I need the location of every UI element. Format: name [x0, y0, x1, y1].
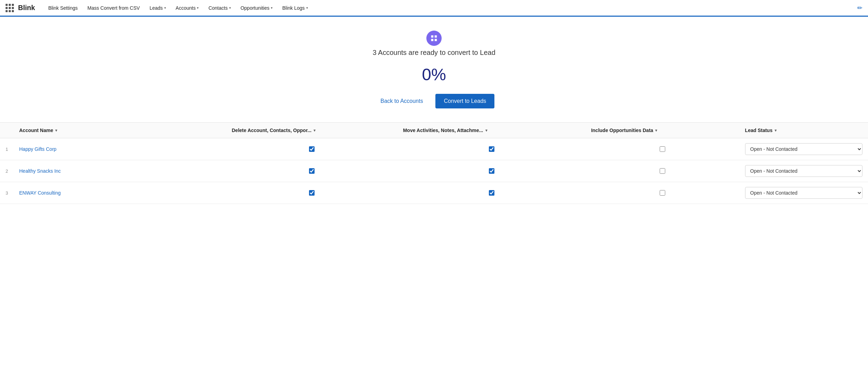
- nav-blink-logs[interactable]: Blink Logs ▾: [277, 0, 313, 16]
- delete-account-checkbox[interactable]: [309, 168, 315, 174]
- nav-opportunities[interactable]: Opportunities ▾: [236, 0, 277, 16]
- lead-status-select[interactable]: Open - Not ContactedWorking - ContactedC…: [745, 165, 862, 177]
- row-number: 2: [0, 160, 14, 182]
- accounts-table-wrap: Account Name ▾ Delete Account, Contacts,…: [0, 122, 868, 204]
- back-to-accounts-button[interactable]: Back to Accounts: [374, 95, 430, 108]
- col-header-account-name[interactable]: Account Name ▾: [14, 123, 226, 138]
- accounts-table: Account Name ▾ Delete Account, Contacts,…: [0, 122, 868, 204]
- leads-chevron-icon: ▾: [164, 6, 166, 10]
- row-number: 3: [0, 182, 14, 204]
- navigation: Blink Blink Settings Mass Convert from C…: [0, 0, 868, 17]
- col-header-include[interactable]: Include Opportunities Data ▾: [585, 123, 739, 138]
- lead-status-cell: Open - Not ContactedWorking - ContactedC…: [740, 182, 868, 204]
- opportunities-chevron-icon: ▾: [271, 6, 273, 10]
- move-checkbox-cell: [398, 160, 586, 182]
- col-header-delete[interactable]: Delete Account, Contacts, Oppor... ▾: [226, 123, 397, 138]
- include-sort-icon: ▾: [655, 128, 657, 133]
- delete-checkbox-cell: [226, 160, 397, 182]
- svg-rect-2: [431, 39, 433, 41]
- nav-items: Blink Settings Mass Convert from CSV Lea…: [43, 0, 313, 16]
- lead-status-sort-icon: ▾: [775, 128, 777, 133]
- table-row: 3ENWAY ConsultingOpen - Not ContactedWor…: [0, 182, 868, 204]
- delete-account-checkbox[interactable]: [309, 146, 315, 152]
- svg-rect-1: [435, 35, 437, 38]
- convert-to-leads-button[interactable]: Convert to Leads: [435, 94, 494, 108]
- delete-account-checkbox[interactable]: [309, 190, 315, 196]
- delete-sort-icon: ▾: [314, 128, 316, 133]
- contacts-chevron-icon: ▾: [229, 6, 231, 10]
- nav-accounts[interactable]: Accounts ▾: [171, 0, 204, 16]
- move-checkbox-cell: [398, 182, 586, 204]
- hero-actions: Back to Accounts Convert to Leads: [0, 94, 868, 108]
- table-row: 2Healthy Snacks IncOpen - Not ContactedW…: [0, 160, 868, 182]
- move-checkbox-cell: [398, 138, 586, 160]
- account-name-cell[interactable]: Healthy Snacks Inc: [14, 160, 226, 182]
- move-sort-icon: ▾: [485, 128, 487, 133]
- lead-status-cell: Open - Not ContactedWorking - ContactedC…: [740, 160, 868, 182]
- hero-badge: [426, 31, 442, 46]
- include-opportunities-checkbox[interactable]: [660, 190, 665, 196]
- edit-icon[interactable]: ✏: [857, 4, 862, 12]
- col-header-lead-status[interactable]: Lead Status ▾: [740, 123, 868, 138]
- col-header-num: [0, 123, 14, 138]
- lead-status-select[interactable]: Open - Not ContactedWorking - ContactedC…: [745, 143, 862, 155]
- delete-checkbox-cell: [226, 138, 397, 160]
- move-activities-checkbox[interactable]: [489, 146, 494, 152]
- lead-status-select[interactable]: Open - Not ContactedWorking - ContactedC…: [745, 187, 862, 199]
- include-checkbox-cell: [585, 160, 739, 182]
- grid-icon: [430, 34, 438, 42]
- hero-title: 3 Accounts are ready to convert to Lead: [0, 49, 868, 57]
- include-checkbox-cell: [585, 182, 739, 204]
- include-checkbox-cell: [585, 138, 739, 160]
- delete-checkbox-cell: [226, 182, 397, 204]
- col-header-move[interactable]: Move Activities, Notes, Attachme... ▾: [398, 123, 586, 138]
- row-number: 1: [0, 138, 14, 160]
- nav-leads[interactable]: Leads ▾: [145, 0, 171, 16]
- app-grid-icon[interactable]: [6, 4, 14, 12]
- svg-rect-3: [435, 39, 437, 41]
- accounts-chevron-icon: ▾: [197, 6, 199, 10]
- nav-contacts[interactable]: Contacts ▾: [203, 0, 235, 16]
- include-opportunities-checkbox[interactable]: [660, 168, 665, 174]
- lead-status-cell: Open - Not ContactedWorking - ContactedC…: [740, 138, 868, 160]
- brand-logo: Blink: [18, 4, 35, 12]
- table-row: 1Happy Gifts CorpOpen - Not ContactedWor…: [0, 138, 868, 160]
- nav-settings[interactable]: Blink Settings: [43, 0, 83, 16]
- svg-rect-0: [431, 35, 433, 38]
- include-opportunities-checkbox[interactable]: [660, 146, 665, 152]
- hero-section: 3 Accounts are ready to convert to Lead …: [0, 31, 868, 108]
- move-activities-checkbox[interactable]: [489, 190, 494, 196]
- nav-mass-convert[interactable]: Mass Convert from CSV: [83, 0, 145, 16]
- table-header-row: Account Name ▾ Delete Account, Contacts,…: [0, 123, 868, 138]
- move-activities-checkbox[interactable]: [489, 168, 494, 174]
- account-name-sort-icon: ▾: [55, 128, 57, 133]
- blink-logs-chevron-icon: ▾: [306, 6, 308, 10]
- main-content: 3 Accounts are ready to convert to Lead …: [0, 17, 868, 218]
- account-name-cell[interactable]: Happy Gifts Corp: [14, 138, 226, 160]
- account-name-cell[interactable]: ENWAY Consulting: [14, 182, 226, 204]
- hero-percent: 0%: [0, 65, 868, 84]
